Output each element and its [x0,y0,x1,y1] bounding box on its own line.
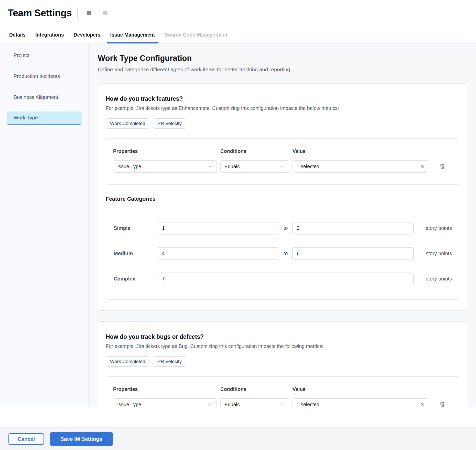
tab-issue-management[interactable]: Issue Management [105,26,160,43]
category-label-simple: Simple [114,225,158,231]
app-header: Team Settings [0,0,476,26]
page-subtitle: Define and categorize different types of… [98,66,468,73]
bugs-value-text: 1 selected [297,402,319,407]
content-bottom-spacer [0,407,476,428]
properties-column-header: Properties [113,148,217,154]
sidebar-item-production-incidents[interactable]: Production Incidents [7,70,82,83]
conditions-column-header: Conditions [220,148,289,154]
category-label-medium: Medium [114,251,158,256]
features-config-card: How do you track features? For example, … [98,83,468,311]
main-panel: Work Type Configuration Define and categ… [89,43,476,407]
range-to-label: to [284,225,288,231]
story-points-label: story points [414,225,452,231]
features-metric-chips: Work Completed PR Velocity [106,118,460,129]
category-label-complex: Complex [114,276,158,282]
story-points-label: story points [414,251,452,256]
cancel-button[interactable]: Cancel [8,433,44,445]
chevron-down-icon [208,164,213,169]
properties-column-header: Properties [113,386,217,392]
features-property-value: Issue Type [117,164,141,170]
metric-chip-work-completed: Work Completed [106,118,149,129]
bugs-filter-panel: Properties Conditions Value Issue Type E… [106,376,460,407]
clear-selection-icon[interactable]: ✕ [420,401,424,407]
medium-to-input[interactable]: 6 [292,247,414,260]
sidebar-item-project[interactable]: Project [7,49,82,62]
category-row-medium: Medium 4 to 6 story points [114,247,452,260]
sidebar-item-business-alignment[interactable]: Business Alignment [7,91,82,104]
header-separator [77,8,78,18]
tab-source-code-management[interactable]: Source Code Management [160,26,232,43]
metric-chip-work-completed: Work Completed [106,356,149,367]
delete-filter-row-button[interactable] [438,400,447,407]
category-row-simple: Simple 1 to 3 story points [114,222,452,234]
bugs-condition-value: Equals [224,402,240,407]
page-header-title: Team Settings [8,8,72,19]
features-value-multiselect[interactable]: 1 selected ✕ [293,160,428,173]
action-footer: Cancel Save IM Settings [0,428,476,450]
bugs-property-value: Issue Type [117,402,141,407]
delete-filter-row-button[interactable] [438,162,447,172]
bugs-config-card: How do you track bugs or defects? For ex… [98,321,468,407]
features-section-heading: How do you track features? [106,95,460,102]
settings-sidebar: Project Production Incidents Business Al… [0,43,89,407]
tab-developers[interactable]: Developers [69,26,105,43]
features-property-select[interactable]: Issue Type [113,160,217,173]
metric-chip-pr-velocity: PR Velocity [153,118,186,129]
chevron-down-icon [208,402,213,407]
category-row-complex: Complex 7 story points [114,273,452,285]
bugs-value-multiselect[interactable]: 1 selected ✕ [293,398,428,407]
metric-chip-pr-velocity: PR Velocity [153,356,186,367]
medium-from-input[interactable]: 4 [158,247,279,260]
value-column-header: Value [293,386,428,392]
trash-icon [439,163,446,170]
features-section-description: For example, Jira tickets type as Enhanc… [106,105,460,111]
feature-categories-panel: Simple 1 to 3 story points Medium 4 to 6… [106,210,460,300]
conditions-column-header: Conditions [220,386,289,392]
chevron-down-icon [280,164,285,169]
save-im-settings-button[interactable]: Save IM Settings [50,432,113,446]
chevron-down-icon [280,402,285,407]
header-icon-placeholder-light [103,11,107,15]
bugs-property-select[interactable]: Issue Type [113,398,217,407]
bugs-metric-chips: Work Completed PR Velocity [106,356,460,367]
features-condition-select[interactable]: Equals [220,160,289,173]
bugs-condition-select[interactable]: Equals [220,398,289,407]
feature-categories-heading: Feature Categories [106,196,460,202]
sidebar-item-work-type[interactable]: Work Type [7,111,82,125]
simple-to-input[interactable]: 3 [292,222,414,234]
trash-icon [439,401,446,407]
page-title: Work Type Configuration [98,54,468,63]
bugs-section-heading: How do you track bugs or defects? [106,333,460,340]
features-value-text: 1 selected [297,164,319,170]
features-condition-value: Equals [224,164,240,170]
header-icon-placeholder-dark [87,11,91,15]
value-column-header: Value [293,148,428,154]
tab-integrations[interactable]: Integrations [30,26,69,43]
complex-threshold-input[interactable]: 7 [158,273,414,285]
range-to-label: to [284,251,288,256]
features-filter-panel: Properties Conditions Value Issue Type E… [106,138,460,185]
content-region: Project Production Incidents Business Al… [0,43,476,407]
clear-selection-icon[interactable]: ✕ [420,163,424,170]
tab-details[interactable]: Details [4,26,30,43]
story-points-label: story points [414,276,452,282]
settings-tab-bar: Details Integrations Developers Issue Ma… [0,26,476,43]
simple-from-input[interactable]: 1 [158,222,279,234]
bugs-section-description: For example, Jira tickets type as Bug. C… [106,343,460,349]
